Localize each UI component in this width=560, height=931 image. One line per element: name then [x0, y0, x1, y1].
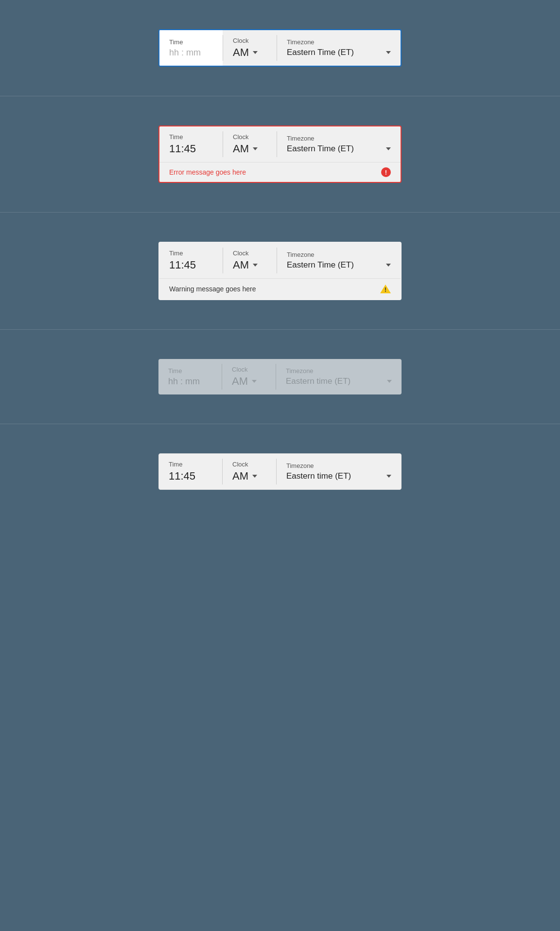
- time-label: Time: [169, 38, 213, 46]
- time-field: Time 11:45: [159, 454, 222, 489]
- time-field[interactable]: Time hh : mm: [159, 30, 223, 66]
- clock-field[interactable]: Clock AM: [223, 126, 277, 162]
- timezone-field-inner: Eastern time (ET): [286, 376, 392, 386]
- time-label: Time: [169, 461, 212, 468]
- warning-message-text: Warning message goes here: [169, 285, 256, 293]
- time-widget-focused: Time hh : mm Clock AM Timezone Eastern T…: [158, 29, 402, 67]
- timezone-chevron-icon[interactable]: [386, 147, 391, 150]
- timezone-field-inner: Eastern Time (ET): [287, 48, 391, 57]
- clock-field[interactable]: Clock AM: [223, 243, 277, 278]
- clock-label: Clock: [233, 133, 267, 141]
- time-label: Time: [169, 250, 213, 257]
- clock-field-inner: AM: [233, 143, 267, 155]
- time-widget-inner: Time 11:45 Clock AM Timezone Eastern Tim…: [159, 243, 401, 278]
- svg-text:!: !: [385, 286, 386, 293]
- clock-label: Clock: [233, 250, 267, 257]
- clock-chevron-icon[interactable]: [253, 147, 258, 150]
- time-field[interactable]: Time 11:45: [159, 243, 223, 278]
- time-label: Time: [168, 367, 212, 375]
- timezone-field[interactable]: Timezone Eastern Time (ET): [277, 126, 401, 162]
- clock-chevron-icon: [252, 475, 257, 478]
- time-widget-inner: Time hh : mm Clock AM Timezone Eastern t…: [158, 359, 402, 394]
- warning-icon: !: [380, 284, 391, 294]
- clock-value: AM: [232, 375, 248, 388]
- timezone-value: Eastern Time (ET): [287, 260, 354, 270]
- timezone-value: Eastern time (ET): [286, 471, 351, 481]
- clock-field-inner: AM: [232, 470, 266, 483]
- error-icon: !: [381, 167, 391, 177]
- clock-label: Clock: [232, 461, 266, 468]
- time-field: Time hh : mm: [158, 359, 222, 394]
- clock-value: AM: [232, 470, 248, 483]
- clock-label: Clock: [232, 366, 266, 373]
- error-message-bar: Error message goes here !: [159, 162, 401, 182]
- timezone-field: Timezone Eastern time (ET): [276, 359, 402, 394]
- timezone-field[interactable]: Timezone Eastern Time (ET): [277, 30, 401, 66]
- time-widget-inner: Time 11:45 Clock AM Timezone Eastern tim…: [159, 454, 401, 489]
- clock-field-inner: AM: [232, 375, 266, 388]
- section-readonly: Time 11:45 Clock AM Timezone Eastern tim…: [0, 424, 560, 519]
- time-field[interactable]: Time 11:45: [159, 126, 223, 162]
- section-normal: Time 11:45 Clock AM Timezone Eastern Tim…: [0, 213, 560, 330]
- timezone-label: Timezone: [287, 38, 391, 46]
- time-label: Time: [169, 133, 213, 141]
- error-message-text: Error message goes here: [169, 168, 246, 176]
- clock-value: AM: [233, 259, 249, 271]
- clock-chevron-icon[interactable]: [253, 264, 258, 267]
- clock-field: Clock AM: [222, 359, 276, 394]
- time-widget-inner: Time 11:45 Clock AM Timezone Eastern Tim…: [159, 126, 401, 162]
- timezone-label: Timezone: [286, 462, 391, 469]
- timezone-field: Timezone Eastern time (ET): [277, 454, 401, 489]
- timezone-value: Eastern Time (ET): [287, 48, 354, 57]
- time-placeholder: hh : mm: [169, 48, 213, 58]
- clock-field-inner: AM: [233, 259, 267, 271]
- timezone-chevron-icon: [386, 475, 391, 478]
- clock-chevron-icon: [252, 380, 257, 383]
- clock-value: AM: [233, 143, 249, 155]
- timezone-label: Timezone: [287, 135, 391, 142]
- clock-field-inner: AM: [233, 46, 267, 59]
- warning-message-bar: Warning message goes here !: [159, 278, 401, 299]
- timezone-value: Eastern Time (ET): [287, 144, 354, 154]
- timezone-chevron-icon[interactable]: [386, 264, 391, 267]
- time-placeholder: hh : mm: [168, 376, 212, 387]
- clock-chevron-icon[interactable]: [253, 51, 258, 54]
- section-error: Time 11:45 Clock AM Timezone Eastern Tim…: [0, 96, 560, 213]
- time-value: 11:45: [169, 143, 213, 155]
- timezone-field-inner: Eastern time (ET): [286, 471, 391, 481]
- time-widget-disabled: Time hh : mm Clock AM Timezone Eastern t…: [158, 359, 402, 394]
- timezone-chevron-icon[interactable]: [386, 51, 391, 54]
- clock-field: Clock AM: [223, 454, 276, 489]
- section-focused: Time hh : mm Clock AM Timezone Eastern T…: [0, 0, 560, 96]
- time-widget-error: Time 11:45 Clock AM Timezone Eastern Tim…: [158, 125, 402, 183]
- time-widget-normal: Time 11:45 Clock AM Timezone Eastern Tim…: [158, 242, 402, 300]
- timezone-field-inner: Eastern Time (ET): [287, 260, 391, 270]
- time-value: 11:45: [169, 470, 212, 483]
- timezone-field[interactable]: Timezone Eastern Time (ET): [277, 243, 401, 278]
- clock-value: AM: [233, 46, 249, 59]
- clock-field[interactable]: Clock AM: [223, 30, 277, 66]
- section-disabled: Time hh : mm Clock AM Timezone Eastern t…: [0, 330, 560, 424]
- time-widget-readonly: Time 11:45 Clock AM Timezone Eastern tim…: [158, 453, 402, 490]
- timezone-chevron-icon: [387, 380, 392, 383]
- time-value: 11:45: [169, 259, 213, 271]
- timezone-label: Timezone: [286, 367, 392, 375]
- timezone-field-inner: Eastern Time (ET): [287, 144, 391, 154]
- time-widget-inner: Time hh : mm Clock AM Timezone Eastern T…: [159, 30, 401, 66]
- timezone-label: Timezone: [287, 251, 391, 258]
- clock-label: Clock: [233, 37, 267, 44]
- timezone-value: Eastern time (ET): [286, 376, 350, 386]
